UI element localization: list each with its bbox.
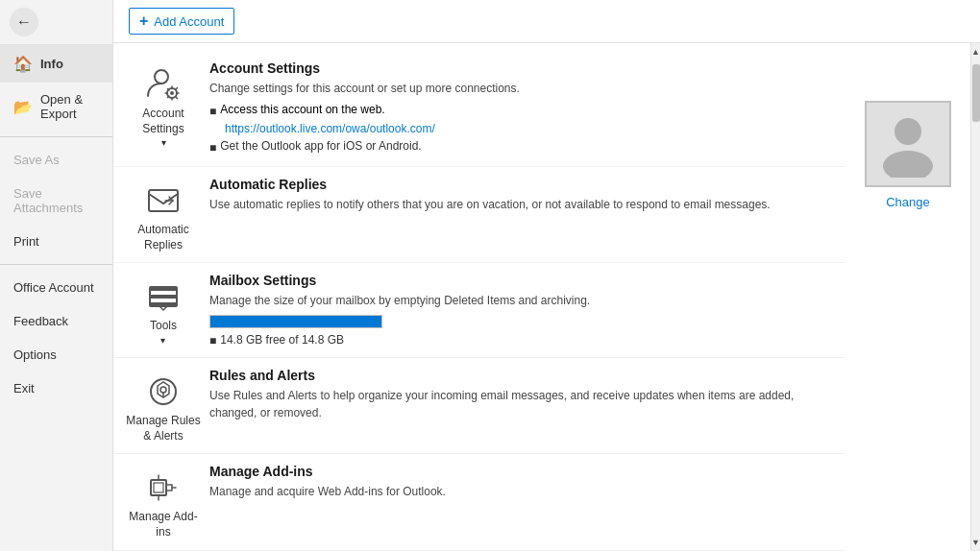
scroll-down-arrow[interactable]: ▼: [971, 534, 980, 551]
separator-1: [0, 136, 112, 137]
sidebar-item-options[interactable]: Options: [0, 338, 112, 371]
sidebar-item-feedback[interactable]: Feedback: [0, 304, 112, 338]
sidebar-top: ←: [0, 0, 112, 45]
usage-bullet: ■: [209, 334, 216, 347]
sidebar-item-save-as-label: Save As: [13, 153, 60, 167]
sidebar-item-open-export-label: Open & Export: [40, 92, 99, 121]
sidebar-item-print-label: Print: [13, 234, 39, 249]
content-area: Account Settings ▾ Account Settings Chan…: [113, 43, 980, 551]
manage-addins-icon-box: Manage Add-ins: [125, 464, 202, 539]
automatic-replies-icon: [145, 182, 182, 219]
sidebar-item-exit[interactable]: Exit: [0, 371, 112, 405]
automatic-replies-label: Automatic Replies: [125, 223, 202, 252]
sidebar-item-feedback-label: Feedback: [13, 314, 68, 328]
mailbox-usage: ■ 14.8 GB free of 14.8 GB: [209, 332, 826, 347]
account-settings-item[interactable]: Account Settings ▾ Account Settings Chan…: [113, 51, 845, 167]
account-settings-link-1: ■ Access this account on the web.: [209, 101, 826, 120]
manage-addins-desc: Manage and acquire Web Add-ins for Outlo…: [209, 483, 826, 500]
mailbox-settings-desc: Manage the size of your mailbox by empty…: [209, 292, 826, 309]
sidebar-item-exit-label: Exit: [13, 381, 35, 395]
rules-alerts-label: Manage Rules & Alerts: [125, 414, 202, 443]
scroll-thumb[interactable]: [972, 64, 980, 122]
ios-android-link[interactable]: Get the Outlook app for iOS or Android.: [220, 137, 421, 155]
sidebar-item-print[interactable]: Print: [0, 225, 112, 258]
svg-point-2: [170, 91, 174, 95]
automatic-replies-content: Automatic Replies Use automatic replies …: [202, 177, 834, 217]
bullet-2: ■: [209, 139, 216, 156]
sidebar-item-options-label: Options: [13, 347, 57, 362]
account-settings-icon-box: Account Settings ▾: [125, 60, 202, 149]
svg-point-13: [883, 151, 933, 178]
mailbox-chevron: ▾: [150, 334, 177, 347]
sidebar-item-save-attachments-label: Save Attachments: [13, 186, 99, 215]
manage-addins-content: Manage Add-ins Manage and acquire Web Ad…: [202, 464, 834, 504]
automatic-replies-item[interactable]: Automatic Replies Automatic Replies Use …: [113, 167, 845, 263]
avatar-silhouette-icon: [879, 110, 937, 178]
rules-alerts-content: Rules and Alerts Use Rules and Alerts to…: [202, 368, 834, 425]
add-account-plus-icon: +: [139, 12, 148, 30]
account-settings-chevron: ▾: [125, 136, 202, 149]
manage-addins-label: Manage Add-ins: [125, 510, 202, 539]
svg-rect-5: [150, 295, 177, 299]
person-settings-icon: [145, 66, 182, 103]
account-web-link[interactable]: https://outlook.live.com/owa/outlook.com…: [225, 120, 435, 137]
mailbox-settings-icon-box: Tools ▾: [125, 273, 202, 347]
scroll-up-arrow[interactable]: ▲: [971, 43, 980, 60]
mailbox-settings-title: Mailbox Settings: [209, 273, 826, 288]
separator-2: [0, 264, 112, 265]
sidebar-item-info-label: Info: [40, 57, 63, 71]
manage-addins-title: Manage Add-ins: [209, 464, 826, 479]
account-settings-content: Account Settings Change settings for thi…: [202, 60, 834, 156]
rules-alerts-icon-box: Manage Rules & Alerts: [125, 368, 202, 443]
account-settings-link-3: ■ Get the Outlook app for iOS or Android…: [209, 137, 826, 156]
sidebar-item-info[interactable]: 🏠 Info: [0, 45, 112, 83]
mailbox-settings-content: Mailbox Settings Manage the size of your…: [202, 273, 834, 347]
svg-rect-11: [154, 483, 163, 492]
account-settings-links: ■ Access this account on the web. https:…: [209, 101, 826, 156]
back-button[interactable]: ←: [10, 8, 38, 36]
main-content: + Add Account: [113, 0, 980, 551]
automatic-replies-desc: Use automatic replies to notify others t…: [209, 196, 826, 213]
mailbox-settings-item[interactable]: Tools ▾ Mailbox Settings Manage the size…: [113, 263, 845, 358]
bullet-1: ■: [209, 103, 216, 120]
mailbox-progress-bar: [209, 315, 382, 328]
rules-alerts-title: Rules and Alerts: [209, 368, 826, 383]
home-icon: 🏠: [13, 55, 33, 73]
mailbox-settings-label: Tools ▾: [150, 319, 177, 347]
rules-alerts-icon: [145, 373, 182, 410]
automatic-replies-title: Automatic Replies: [209, 177, 826, 192]
mailbox-progress-fill: [210, 316, 381, 327]
sidebar-item-open-export[interactable]: 📂 Open & Export: [0, 83, 112, 131]
scrollbar[interactable]: ▲ ▼: [970, 43, 980, 551]
back-icon: ←: [16, 13, 32, 31]
settings-list: Account Settings ▾ Account Settings Chan…: [113, 43, 845, 551]
svg-point-9: [160, 387, 166, 393]
add-account-button[interactable]: + Add Account: [129, 8, 234, 35]
manage-addins-item[interactable]: Manage Add-ins Manage Add-ins Manage and…: [113, 454, 845, 550]
avatar: [865, 101, 951, 187]
mailbox-usage-text: 14.8 GB free of 14.8 GB: [220, 333, 344, 347]
automatic-replies-icon-box: Automatic Replies: [125, 177, 202, 252]
account-settings-title: Account Settings: [209, 60, 826, 76]
sidebar-item-office-account[interactable]: Office Account: [0, 271, 112, 304]
add-account-label: Add Account: [154, 14, 224, 29]
account-web-text: Access this account on the web.: [220, 101, 388, 118]
rules-alerts-desc: Use Rules and Alerts to help organize yo…: [209, 387, 826, 421]
svg-point-0: [155, 70, 168, 84]
svg-point-12: [894, 118, 921, 145]
sidebar-item-office-account-label: Office Account: [13, 280, 94, 295]
sidebar-item-save-attachments[interactable]: Save Attachments: [0, 177, 112, 225]
account-settings-desc: Change settings for this account or set …: [209, 80, 826, 97]
change-avatar-link[interactable]: Change: [886, 195, 930, 209]
profile-panel: Change: [845, 43, 970, 551]
sidebar-item-save-as[interactable]: Save As: [0, 143, 112, 177]
manage-addins-icon: [145, 469, 182, 506]
tools-icon: [145, 278, 182, 315]
main-header: + Add Account: [113, 0, 980, 43]
rules-alerts-item[interactable]: Manage Rules & Alerts Rules and Alerts U…: [113, 358, 845, 454]
sidebar: ← 🏠 Info 📂 Open & Export Save As Save At…: [0, 0, 113, 551]
account-settings-label: Account Settings ▾: [125, 107, 202, 149]
account-settings-link-2: https://outlook.live.com/owa/outlook.com…: [209, 120, 826, 137]
folder-icon: 📂: [13, 98, 33, 116]
